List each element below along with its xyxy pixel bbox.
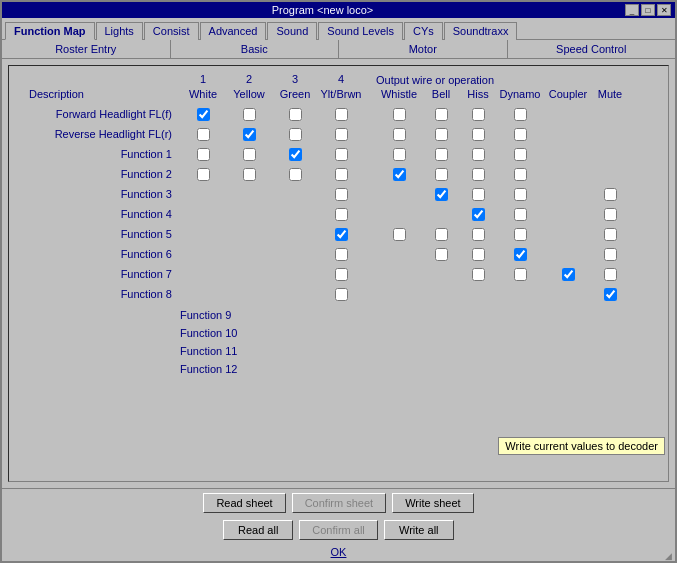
tab-sound-levels[interactable]: Sound Levels (318, 22, 403, 40)
output-checkbox-4-3[interactable] (514, 188, 527, 201)
checkbox-9-3[interactable] (335, 288, 348, 301)
checkbox-3-0[interactable] (197, 168, 210, 181)
checkbox-3-1[interactable] (243, 168, 256, 181)
output-checkbox-6-1[interactable] (435, 228, 448, 241)
output-label: Output wire or operation (376, 74, 494, 86)
sub-tab-basic[interactable]: Basic (171, 40, 340, 58)
output-checkbox-1-2[interactable] (472, 128, 485, 141)
output-checkbox-8-3[interactable] (514, 268, 527, 281)
output-checkbox-2-3[interactable] (514, 148, 527, 161)
output-checkbox-5-3[interactable] (514, 208, 527, 221)
output-checkbox-6-2[interactable] (472, 228, 485, 241)
output-checkbox-8-4[interactable] (562, 268, 575, 281)
checkbox-2-0[interactable] (197, 148, 210, 161)
checkbox-0-0[interactable] (197, 108, 210, 121)
output-checkbox-4-1[interactable] (435, 188, 448, 201)
output-checkbox-2-0[interactable] (393, 148, 406, 161)
ok-row: OK (2, 543, 675, 561)
output-checkbox-0-2[interactable] (472, 108, 485, 121)
sub-tab-motor[interactable]: Motor (339, 40, 508, 58)
tab-consist[interactable]: Consist (144, 22, 199, 40)
output-cell-8-2 (460, 268, 496, 281)
output-cell-5-5 (592, 208, 628, 221)
output-checkbox-6-5[interactable] (604, 228, 617, 241)
checkbox-1-3[interactable] (335, 128, 348, 141)
checkbox-2-2[interactable] (289, 148, 302, 161)
tab-advanced[interactable]: Advanced (200, 22, 267, 40)
check-cell-0-1 (226, 108, 272, 121)
output-checkbox-3-0[interactable] (393, 168, 406, 181)
checkbox-7-3[interactable] (335, 248, 348, 261)
inner-panel: 1 2 3 4 Output wire or operation Descrip… (8, 65, 669, 482)
checkbox-0-2[interactable] (289, 108, 302, 121)
output-checkbox-5-5[interactable] (604, 208, 617, 221)
output-checkbox-7-3[interactable] (514, 248, 527, 261)
checkbox-0-3[interactable] (335, 108, 348, 121)
output-checkbox-0-0[interactable] (393, 108, 406, 121)
checkbox-6-3[interactable] (335, 228, 348, 241)
output-checkbox-7-2[interactable] (472, 248, 485, 261)
output-checkbox-6-0[interactable] (393, 228, 406, 241)
check-cell-1-0 (180, 128, 226, 141)
output-cell-7-3 (496, 248, 544, 261)
output-col-mute: Mute (592, 88, 628, 100)
checkbox-1-1[interactable] (243, 128, 256, 141)
output-checkbox-1-3[interactable] (514, 128, 527, 141)
check-cell-7-3 (318, 248, 364, 261)
output-checkbox-1-0[interactable] (393, 128, 406, 141)
tab-lights[interactable]: Lights (96, 22, 143, 40)
checkbox-3-2[interactable] (289, 168, 302, 181)
checkbox-0-1[interactable] (243, 108, 256, 121)
output-checkbox-8-2[interactable] (472, 268, 485, 281)
output-checkbox-7-1[interactable] (435, 248, 448, 261)
confirm-all-button[interactable]: Confirm all (299, 520, 378, 540)
output-cell-7-1 (422, 248, 460, 261)
output-checkbox-3-3[interactable] (514, 168, 527, 181)
output-checkbox-8-5[interactable] (604, 268, 617, 281)
output-checkbox-0-3[interactable] (514, 108, 527, 121)
output-checkbox-3-1[interactable] (435, 168, 448, 181)
check-cell-2-0 (180, 148, 226, 161)
output-cell-8-4 (544, 268, 592, 281)
output-checkbox-5-2[interactable] (472, 208, 485, 221)
ok-button[interactable]: OK (331, 546, 347, 558)
output-checkbox-6-3[interactable] (514, 228, 527, 241)
write-all-button[interactable]: Write all (384, 520, 454, 540)
tab-cys[interactable]: CYs (404, 22, 443, 40)
minimize-button[interactable]: _ (625, 4, 639, 16)
checkbox-8-3[interactable] (335, 268, 348, 281)
close-button[interactable]: ✕ (657, 4, 671, 16)
output-checkbox-4-5[interactable] (604, 188, 617, 201)
confirm-sheet-button[interactable]: Confirm sheet (292, 493, 386, 513)
checkbox-2-3[interactable] (335, 148, 348, 161)
checkbox-1-2[interactable] (289, 128, 302, 141)
table-row: Function 8 (15, 284, 662, 304)
output-checkbox-7-5[interactable] (604, 248, 617, 261)
output-checkbox-4-2[interactable] (472, 188, 485, 201)
resize-handle[interactable]: ◢ (665, 551, 675, 561)
output-checkbox-2-2[interactable] (472, 148, 485, 161)
checkbox-4-3[interactable] (335, 188, 348, 201)
tab-function-map[interactable]: Function Map (5, 22, 95, 40)
tab-soundtraxx[interactable]: Soundtraxx (444, 22, 518, 40)
tab-sound[interactable]: Sound (267, 22, 317, 40)
checkbox-5-3[interactable] (335, 208, 348, 221)
output-cell-6-3 (496, 228, 544, 241)
tooltip: Write current values to decoder (498, 437, 665, 455)
sub-tab-roster-entry[interactable]: Roster Entry (2, 40, 171, 58)
read-all-button[interactable]: Read all (223, 520, 293, 540)
checkbox-1-0[interactable] (197, 128, 210, 141)
check-cell-2-3 (318, 148, 364, 161)
checkbox-3-3[interactable] (335, 168, 348, 181)
write-sheet-button[interactable]: Write sheet (392, 493, 473, 513)
maximize-button[interactable]: □ (641, 4, 655, 16)
output-checkbox-0-1[interactable] (435, 108, 448, 121)
output-checkbox-1-1[interactable] (435, 128, 448, 141)
col-header-2: 2 (226, 72, 272, 86)
output-checkbox-3-2[interactable] (472, 168, 485, 181)
sub-tab-speed-control[interactable]: Speed Control (508, 40, 676, 58)
checkbox-2-1[interactable] (243, 148, 256, 161)
output-checkbox-2-1[interactable] (435, 148, 448, 161)
read-sheet-button[interactable]: Read sheet (203, 493, 285, 513)
output-checkbox-9-5[interactable] (604, 288, 617, 301)
